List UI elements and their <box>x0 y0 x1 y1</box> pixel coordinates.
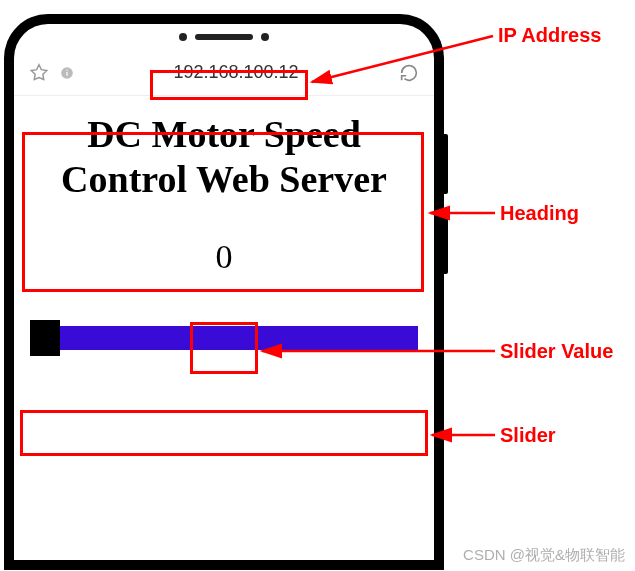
page-title: DC Motor Speed Control Web Server <box>30 108 418 206</box>
phone-side-button <box>444 214 448 274</box>
slider-value-display: 0 <box>198 238 251 276</box>
favorite-icon[interactable] <box>28 62 50 84</box>
watermark: CSDN @视觉&物联智能 <box>463 546 625 565</box>
phone-side-button <box>444 134 448 194</box>
info-icon[interactable] <box>60 66 74 80</box>
callout-label-ip: IP Address <box>498 24 601 47</box>
speed-slider[interactable] <box>30 320 418 352</box>
svg-rect-2 <box>66 69 67 70</box>
svg-rect-1 <box>66 71 67 75</box>
page-content: DC Motor Speed Control Web Server 0 <box>14 96 434 352</box>
phone-screen: 192.168.100.12 DC Motor Speed Control We… <box>14 24 434 560</box>
phone-notch <box>14 24 434 50</box>
slider-thumb[interactable] <box>30 320 60 356</box>
phone-frame: 192.168.100.12 DC Motor Speed Control We… <box>4 14 444 570</box>
callout-label-slider: Slider <box>500 424 556 447</box>
browser-address-bar: 192.168.100.12 <box>14 50 434 96</box>
callout-label-slider-value: Slider Value <box>500 340 613 363</box>
callout-label-heading: Heading <box>500 202 579 225</box>
reload-icon[interactable] <box>398 62 420 84</box>
url-text[interactable]: 192.168.100.12 <box>84 62 388 83</box>
slider-track <box>30 326 418 350</box>
